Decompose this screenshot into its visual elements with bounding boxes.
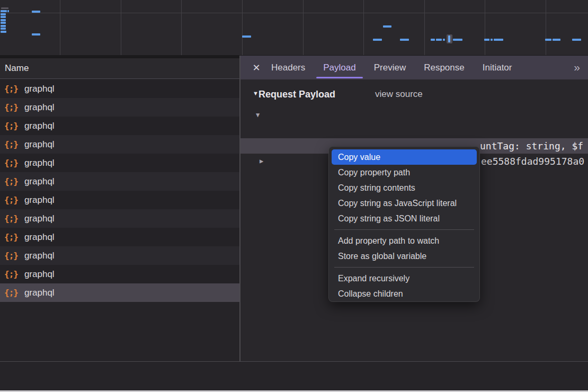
request-timing-bar	[373, 39, 382, 41]
menu-separator	[334, 229, 474, 230]
request-timing-bar	[431, 39, 435, 41]
json-resource-icon: {;}	[4, 84, 18, 94]
request-row[interactable]: {;}graphql	[0, 135, 239, 154]
timeline-horizontal-gridline	[0, 13, 588, 13]
request-timing-bar	[453, 39, 462, 41]
request-timing-bar	[491, 39, 493, 41]
request-timing-bar	[383, 25, 391, 28]
request-name-label: graphql	[24, 251, 55, 261]
tab-preview[interactable]: Preview	[365, 56, 415, 79]
json-resource-icon: {;}	[4, 213, 18, 224]
request-timing-bar	[1, 28, 6, 30]
request-timing-bar	[494, 39, 503, 41]
json-resource-icon: {;}	[4, 176, 18, 186]
menu-separator	[334, 267, 474, 268]
menu-item-collapse-children[interactable]: Collapse children	[329, 286, 479, 301]
timeline-gridline	[60, 0, 60, 55]
request-timing-bar	[436, 39, 442, 41]
variables-preview-fragment: ee5588fdad995178a0	[481, 154, 584, 169]
selected-request-marker	[447, 34, 452, 43]
expanded-triangle-icon[interactable]: ▼	[256, 108, 260, 123]
request-timing-bar	[1, 22, 6, 24]
detail-tab-bar: ✕ HeadersPayloadPreviewResponseInitiator	[240, 56, 588, 79]
collapse-triangle-icon[interactable]: ▼	[253, 90, 259, 96]
request-timing-bar	[32, 33, 40, 35]
name-column-header[interactable]: Name	[0, 58, 239, 79]
request-row[interactable]: {;}graphql	[0, 79, 239, 98]
request-row[interactable]: {;}graphql	[0, 98, 239, 117]
payload-root-row[interactable]: ▼ {operationName: "ipFlowTimeseries", va…	[240, 108, 588, 123]
request-name-label: graphql	[24, 288, 55, 298]
menu-item-copy-string-as-javascript-literal[interactable]: Copy string as JavaScript literal	[329, 195, 479, 211]
tab-response[interactable]: Response	[415, 56, 474, 79]
request-name-label: graphql	[24, 102, 55, 113]
timeline-gridline	[303, 0, 304, 55]
tab-initiator[interactable]: Initiator	[474, 56, 521, 79]
close-icon[interactable]: ✕	[251, 62, 262, 74]
json-resource-icon: {;}	[4, 288, 18, 298]
request-name-label: graphql	[24, 158, 55, 168]
request-row[interactable]: {;}graphql	[0, 283, 239, 302]
request-timing-bar	[572, 39, 581, 41]
more-tabs-icon[interactable]: »	[574, 56, 578, 79]
request-row[interactable]: {;}graphql	[0, 154, 239, 172]
timeline-gridline	[546, 0, 546, 55]
request-row[interactable]: {;}graphql	[0, 172, 239, 191]
json-resource-icon: {;}	[4, 139, 18, 149]
collapsed-triangle-icon[interactable]: ▶	[260, 154, 263, 169]
menu-item-copy-string-contents[interactable]: Copy string contents	[329, 180, 479, 195]
name-column-label: Name	[5, 63, 29, 73]
timeline-gridline	[485, 0, 485, 55]
request-payload-header: ▼ Request Payload view source	[240, 86, 588, 102]
timeline-gridline	[424, 0, 425, 55]
request-timing-bar	[1, 10, 7, 12]
request-timing-bar	[443, 39, 445, 41]
request-row[interactable]: {;}graphql	[0, 209, 239, 228]
network-overview-timeline[interactable]	[0, 0, 588, 55]
request-timing-bar	[400, 39, 409, 41]
request-name-label: graphql	[24, 213, 55, 224]
request-timing-bar	[242, 35, 251, 38]
request-name-label: graphql	[24, 269, 55, 280]
menu-item-add-property-path-to-watch[interactable]: Add property path to watch	[329, 233, 479, 248]
request-timing-bar	[545, 39, 551, 41]
timeline-gridline	[121, 0, 121, 55]
json-resource-icon: {;}	[4, 121, 18, 131]
request-name-label: graphql	[24, 176, 55, 187]
request-name-label: graphql	[24, 232, 55, 243]
view-source-link[interactable]: view source	[375, 86, 423, 102]
request-timing-bar	[1, 16, 6, 18]
json-resource-icon: {;}	[4, 251, 18, 261]
timeline-gridline	[242, 0, 243, 55]
request-name-label: graphql	[24, 121, 55, 131]
menu-item-store-as-global-variable[interactable]: Store as global variable	[329, 248, 479, 264]
marker-tick	[448, 35, 450, 42]
menu-item-copy-value[interactable]: Copy value	[332, 149, 477, 165]
devtools-network-panel: Name {;}graphql{;}graphql{;}graphql{;}gr…	[0, 0, 588, 392]
request-timing-bar	[1, 13, 6, 15]
payload-row-operationName[interactable]: operationName: "ipFlowTimeseries"	[240, 123, 588, 138]
request-row[interactable]: {;}graphql	[0, 265, 239, 283]
request-row[interactable]: {;}graphql	[0, 191, 239, 209]
json-resource-icon: {;}	[4, 158, 18, 168]
summary-bar	[0, 362, 588, 390]
request-timing-bar	[553, 39, 560, 41]
menu-item-copy-property-path[interactable]: Copy property path	[329, 165, 479, 180]
json-resource-icon: {;}	[4, 232, 18, 242]
request-row[interactable]: {;}graphql	[0, 246, 239, 265]
timeline-gridline	[363, 0, 364, 55]
request-list: {;}graphql{;}graphql{;}graphql{;}graphql…	[0, 79, 239, 361]
property-value-right: untTag: string, $f	[480, 138, 583, 154]
menu-item-expand-recursively[interactable]: Expand recursively	[329, 271, 479, 286]
request-timing-bar	[1, 19, 6, 21]
request-row[interactable]: {;}graphql	[0, 117, 239, 135]
tab-payload[interactable]: Payload	[314, 56, 364, 79]
request-timing-bar	[7, 10, 9, 12]
menu-item-copy-string-as-json-literal[interactable]: Copy string as JSON literal	[329, 211, 479, 226]
request-row[interactable]: {;}graphql	[0, 228, 239, 246]
json-resource-icon: {;}	[4, 269, 18, 279]
context-menu: Copy valueCopy property pathCopy string …	[328, 146, 480, 302]
tab-headers[interactable]: Headers	[262, 56, 314, 79]
request-timing-bar	[484, 39, 489, 41]
request-payload-title[interactable]: Request Payload	[259, 86, 335, 102]
